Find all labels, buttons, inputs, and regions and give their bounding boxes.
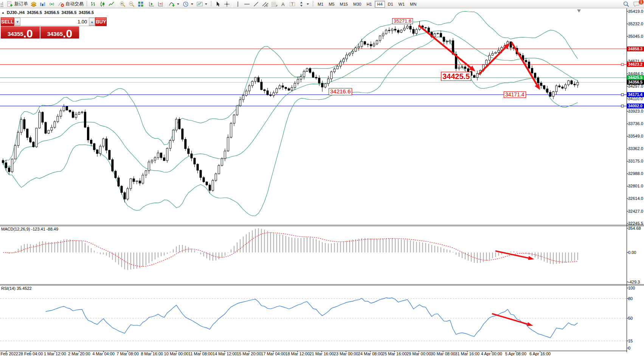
- tab-timeframe-m5[interactable]: M5: [326, 1, 337, 8]
- rsi-line: [46, 298, 578, 338]
- line-chart-icon: [108, 1, 115, 7]
- line-chart-button[interactable]: [107, 0, 116, 8]
- templates-button[interactable]: [195, 0, 209, 8]
- fibonacci-tool-button[interactable]: F: [270, 0, 279, 8]
- trend-line-icon: [253, 1, 259, 7]
- vertical-line-icon: [234, 1, 241, 7]
- tab-timeframe-m1[interactable]: M1: [315, 1, 326, 8]
- line-handle-icon[interactable]: [621, 94, 624, 96]
- volume-control: ▼ ▲: [14, 17, 95, 26]
- market-watch-button[interactable]: [38, 0, 47, 8]
- search-icon[interactable]: [623, 1, 630, 7]
- equidistant-channel-tool-button[interactable]: E: [261, 0, 270, 8]
- chart-fragment-icon[interactable]: [0, 1, 3, 7]
- cursor-tool-button[interactable]: [213, 0, 222, 8]
- zoom-in-button[interactable]: [118, 0, 127, 8]
- periods-button[interactable]: [181, 0, 195, 8]
- tab-timeframe-w1[interactable]: W1: [396, 1, 407, 8]
- svg-text:E: E: [266, 5, 268, 7]
- vertical-line-tool-button[interactable]: [233, 0, 242, 8]
- svg-text:F: F: [276, 5, 278, 7]
- autotrading-icon: [57, 1, 64, 7]
- line-handle-icon[interactable]: [621, 105, 624, 107]
- toolbar: 新订单 自动交易 E F A T M1M5M15M30H1H4D1W1MN 1: [0, 0, 644, 8]
- bar-chart-icon: [90, 1, 97, 7]
- buy-price[interactable]: 34365 .0: [40, 26, 79, 39]
- volume-increase-button[interactable]: ▲: [89, 18, 95, 26]
- chart-shift-button[interactable]: [156, 0, 165, 8]
- line-handle-icon[interactable]: [621, 63, 624, 66]
- sell-price-main: 34355: [8, 31, 23, 37]
- volume-input[interactable]: [20, 18, 89, 26]
- signal-icon: [48, 1, 55, 7]
- bollinger-lower-band: [3, 37, 578, 216]
- annotation-label-34425.5[interactable]: 34425.5: [441, 72, 471, 81]
- tile-windows-button[interactable]: [136, 0, 145, 8]
- trend-arrow-4[interactable]: [495, 251, 534, 260]
- buy-button[interactable]: BUY: [95, 17, 106, 26]
- ohlc-close: 34356.5: [79, 10, 94, 15]
- text-icon: A: [280, 1, 287, 7]
- symbol-marker-icon: ▲: [2, 11, 5, 14]
- autotrading-label: 自动交易: [65, 1, 84, 7]
- signal-button[interactable]: [47, 0, 56, 8]
- zoom-out-button[interactable]: [127, 0, 136, 8]
- sell-price-frac: .0: [23, 29, 33, 39]
- macd-histogram: [3, 228, 578, 270]
- tab-timeframe-d1[interactable]: D1: [386, 1, 396, 8]
- macd-signal-line: [3, 233, 578, 267]
- crosshair-tool-button[interactable]: [222, 0, 231, 8]
- profiles-button[interactable]: [29, 0, 38, 8]
- svg-text:A: A: [281, 1, 285, 7]
- candlesticks: [2, 21, 579, 202]
- horizontal-line-tool-button[interactable]: [242, 0, 251, 8]
- trend-line-tool-button[interactable]: [251, 0, 261, 8]
- indicators-button[interactable]: [167, 0, 181, 8]
- annotation-label-35271.6[interactable]: 35271.6: [392, 18, 413, 24]
- chart-shift-marker[interactable]: [577, 9, 581, 12]
- text-label-tool-button[interactable]: T: [288, 0, 297, 8]
- arrows-tool-button[interactable]: [297, 0, 311, 8]
- trend-arrow-3[interactable]: [512, 42, 540, 90]
- trend-arrow-5[interactable]: [492, 314, 533, 326]
- bollinger-middle-band: [3, 31, 578, 173]
- arrows-caret-icon: [307, 3, 309, 5]
- new-order-button[interactable]: 新订单: [5, 0, 29, 8]
- svg-text:T: T: [291, 2, 293, 6]
- fibonacci-retracement-icon: F: [271, 1, 278, 7]
- timeframe-toolbar: M1M5M15M30H1H4D1W1MN: [315, 1, 419, 8]
- equidistant-channel-icon: E: [262, 1, 268, 7]
- zoom-out-icon: [128, 1, 135, 7]
- notification-badge: 1: [639, 0, 644, 5]
- auto-scroll-button[interactable]: [147, 0, 156, 8]
- bar-chart-button[interactable]: [89, 0, 98, 8]
- profiles-icon: [30, 1, 37, 7]
- trend-arrow-2[interactable]: [479, 43, 510, 74]
- symbol-name: DJ30-,H4: [7, 10, 25, 15]
- ohlc-high: 34356.5: [44, 10, 59, 15]
- tab-timeframe-mn[interactable]: MN: [408, 1, 419, 8]
- tab-timeframe-h1[interactable]: H1: [364, 1, 374, 8]
- sell-price[interactable]: 34355 .0: [1, 26, 40, 39]
- new-order-label: 新订单: [14, 1, 28, 7]
- periods-caret-icon: [191, 3, 193, 5]
- horizontal-line-icon: [244, 1, 250, 7]
- chart-canvas[interactable]: [0, 0, 644, 356]
- text-tool-button[interactable]: A: [279, 0, 288, 8]
- cursor-icon: [214, 1, 221, 7]
- tab-timeframe-m15[interactable]: M15: [338, 1, 350, 8]
- tab-timeframe-m30[interactable]: M30: [351, 1, 363, 8]
- annotation-label-34171.4[interactable]: 34171.4: [504, 91, 526, 98]
- templates-caret-icon: [205, 3, 207, 5]
- annotation-label-34216.6[interactable]: 34216.6: [329, 88, 352, 95]
- chat-icon[interactable]: 1: [632, 1, 641, 7]
- buy-price-frac: .0: [63, 29, 72, 39]
- autotrading-button[interactable]: 自动交易: [56, 0, 85, 8]
- tab-timeframe-h4[interactable]: H4: [375, 1, 385, 8]
- crosshair-icon: [223, 1, 230, 7]
- candlestick-chart-button[interactable]: [98, 0, 107, 8]
- volume-decrease-button[interactable]: ▼: [14, 18, 20, 26]
- new-order-icon: [6, 1, 13, 7]
- one-click-trading-panel: SELL ▼ ▲ BUY 34355 .0 34365 .0: [1, 17, 79, 39]
- sell-button[interactable]: SELL: [1, 17, 14, 26]
